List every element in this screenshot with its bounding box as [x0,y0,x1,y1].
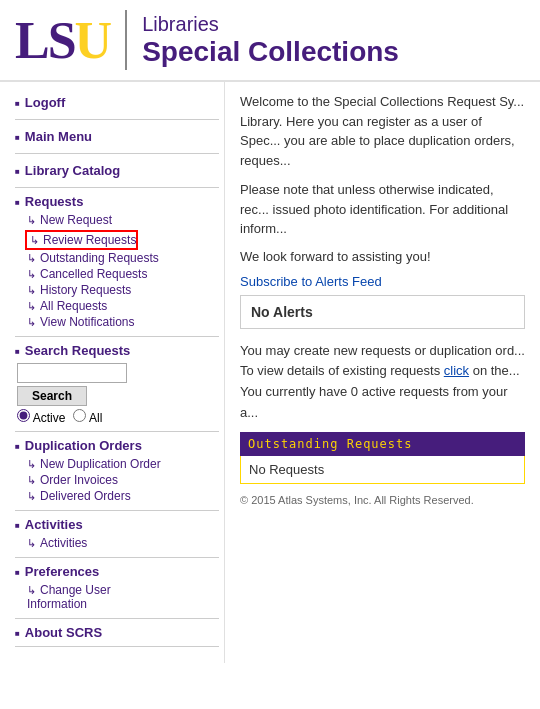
all-requests-link[interactable]: All Requests [15,298,219,314]
activities-sub-items: Activities [15,535,219,551]
requests-label: Requests [15,194,83,209]
preferences-sub-items: Change UserInformation [15,582,219,612]
sidebar-section-logoff: Logoff [15,92,219,113]
sidebar-divider-4 [15,336,219,337]
welcome-text: Welcome to the Special Collections Reque… [240,92,525,170]
sidebar-divider-5 [15,431,219,432]
radio-all-label[interactable]: All [73,409,102,425]
sidebar: Logoff Main Menu Library Catalog Request… [0,82,225,663]
click-link[interactable]: click [444,363,469,378]
sidebar-section-library-catalog: Library Catalog [15,160,219,181]
sidebar-divider-6 [15,510,219,511]
search-radio-group: Active All [17,409,219,425]
duplication-sub-items: New Duplication Order Order Invoices Del… [15,456,219,504]
no-alerts-box: No Alerts [240,295,525,329]
review-requests-link[interactable]: Review Requests [27,232,136,248]
outstanding-requests-link[interactable]: Outstanding Requests [15,250,219,266]
search-button[interactable]: Search [17,386,87,406]
no-requests-text: No Requests [240,456,525,484]
activities-label: Activities [15,517,83,532]
activities-link[interactable]: Activities [15,535,219,551]
sidebar-section-main-menu: Main Menu [15,126,219,147]
header-text: Libraries Special Collections [142,13,399,68]
footer-text: © 2015 Atlas Systems, Inc. All Rights Re… [240,494,525,506]
new-request-link[interactable]: New Request [15,212,219,228]
sidebar-section-about: About SCRS [15,625,219,640]
note-text: Please note that unless otherwise indica… [240,180,525,239]
radio-active-text: Active [33,411,66,425]
about-label: About SCRS [15,625,102,640]
new-duplication-order-link[interactable]: New Duplication Order [15,456,219,472]
logoff-link[interactable]: Logoff [15,92,219,113]
sidebar-divider-1 [15,119,219,120]
review-requests-highlight: Review Requests [25,230,138,250]
main-content: Welcome to the Special Collections Reque… [225,82,540,663]
requests-info: You may create new requests or duplicati… [240,341,525,424]
library-catalog-link[interactable]: Library Catalog [15,160,219,181]
view-notifications-link[interactable]: View Notifications [15,314,219,330]
sidebar-section-activities: Activities Activities [15,517,219,551]
page-header: LSU Libraries Special Collections [0,0,540,82]
requests-sub-items: New Request Review Requests Outstanding … [15,212,219,330]
sidebar-divider-9 [15,646,219,647]
change-user-link[interactable]: Change UserInformation [15,582,219,612]
radio-all-text: All [89,411,102,425]
lsu-logo: LSU [15,11,110,70]
header-subtitle-bottom: Special Collections [142,36,399,68]
preferences-label: Preferences [15,564,99,579]
search-input[interactable] [17,363,127,383]
sidebar-divider-7 [15,557,219,558]
order-invoices-link[interactable]: Order Invoices [15,472,219,488]
sidebar-section-requests: Requests New Request Review Requests Out… [15,194,219,330]
main-layout: Logoff Main Menu Library Catalog Request… [0,82,540,663]
radio-active-label[interactable]: Active [17,409,65,425]
header-subtitle-top: Libraries [142,13,399,36]
search-input-area: Search Active All [17,363,219,425]
search-requests-label: Search Requests [15,343,130,358]
sidebar-divider-3 [15,187,219,188]
cancelled-requests-link[interactable]: Cancelled Requests [15,266,219,282]
sidebar-divider-2 [15,153,219,154]
sidebar-section-preferences: Preferences Change UserInformation [15,564,219,612]
no-alerts-title: No Alerts [251,304,514,320]
forward-text: We look forward to assisting you! [240,249,525,264]
outstanding-requests-header: Outstanding Requests [240,432,525,456]
radio-active[interactable] [17,409,30,422]
delivered-orders-link[interactable]: Delivered Orders [15,488,219,504]
subscribe-alerts-link[interactable]: Subscribe to Alerts Feed [240,274,525,289]
sidebar-divider-8 [15,618,219,619]
duplication-orders-label: Duplication Orders [15,438,142,453]
sidebar-section-search: Search Requests Search Active All [15,343,219,425]
main-menu-link[interactable]: Main Menu [15,126,219,147]
header-divider [125,10,127,70]
sidebar-section-duplication: Duplication Orders New Duplication Order… [15,438,219,504]
radio-all[interactable] [73,409,86,422]
history-requests-link[interactable]: History Requests [15,282,219,298]
